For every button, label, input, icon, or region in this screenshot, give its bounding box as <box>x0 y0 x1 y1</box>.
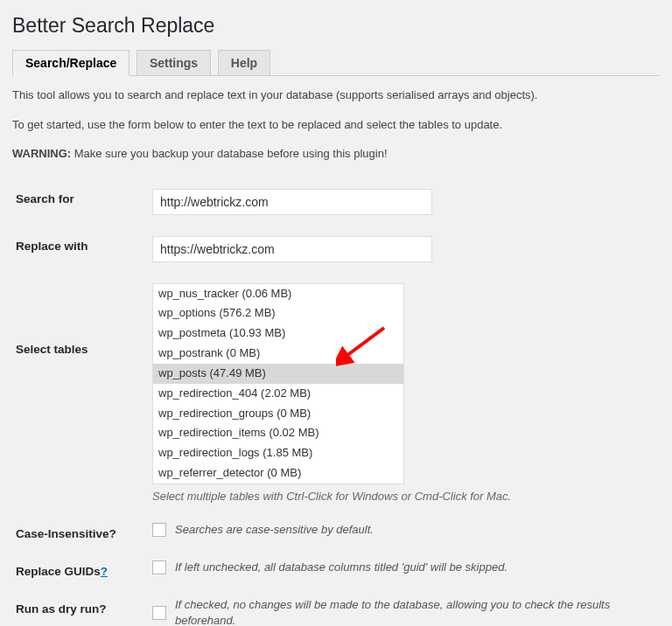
warning-label: WARNING: <box>12 147 71 160</box>
select-tables-help: Select multiple tables with Ctrl-Click f… <box>152 490 651 503</box>
table-option-selected[interactable]: wp_posts (47.49 MB) <box>153 364 403 384</box>
table-option[interactable]: wp_redirection_logs (1.85 MB) <box>153 443 403 463</box>
search-for-label: Search for <box>12 180 152 227</box>
table-option[interactable]: wp_redirection_404 (2.02 MB) <box>153 384 403 404</box>
dry-run-note: If checked, no changes will be made to t… <box>175 597 651 626</box>
table-option[interactable]: wp_nus_tracker (0.06 MB) <box>153 284 403 304</box>
warning-text: Make sure you backup your database befor… <box>71 147 387 160</box>
select-tables-label: Select tables <box>12 275 152 515</box>
page-title: Better Search Replace <box>12 10 660 38</box>
case-insensitive-label: Case-Insensitive? <box>12 515 152 553</box>
tab-help[interactable]: Help <box>218 50 270 75</box>
select-tables-listbox[interactable]: wp_nus_tracker (0.06 MB) wp_options (576… <box>152 283 404 484</box>
replace-guids-note: If left unchecked, all database columns … <box>175 560 508 575</box>
search-for-input[interactable] <box>152 189 432 215</box>
table-option[interactable]: wp_postmeta (10.93 MB) <box>153 323 403 344</box>
tab-bar: Search/Replace Settings Help <box>12 50 660 76</box>
table-option[interactable]: wp_referrer_detector (0 MB) <box>153 463 403 483</box>
table-option[interactable]: wp_postrank (0 MB) <box>153 344 403 364</box>
replace-guids-help-link[interactable]: ? <box>101 565 108 578</box>
table-option[interactable]: wp_redirection_groups (0 MB) <box>153 404 403 424</box>
tab-settings[interactable]: Settings <box>136 50 211 75</box>
settings-form: Search for Replace with Select tables wp… <box>12 180 660 627</box>
dry-run-checkbox[interactable] <box>152 606 166 620</box>
replace-guids-label: Replace GUIDs? <box>12 553 152 590</box>
intro-line-2: To get started, use the form below to en… <box>12 116 660 134</box>
case-insensitive-checkbox[interactable] <box>152 523 166 537</box>
dry-run-label: Run as dry run? <box>12 590 152 626</box>
case-insensitive-note: Searches are case-sensitive by default. <box>175 522 374 538</box>
table-option[interactable]: wp_redirection_items (0.02 MB) <box>153 423 403 443</box>
replace-guids-label-text: Replace GUIDs <box>16 565 101 578</box>
replace-with-input[interactable] <box>152 236 432 262</box>
table-option[interactable]: wp_options (576.2 MB) <box>153 303 403 323</box>
replace-guids-checkbox[interactable] <box>152 560 166 574</box>
intro-line-1: This tool allows you to search and repla… <box>12 87 660 104</box>
tab-search-replace[interactable]: Search/Replace <box>12 50 130 76</box>
replace-with-label: Replace with <box>12 227 152 275</box>
intro-warning: WARNING: Make sure you backup your datab… <box>12 145 660 163</box>
